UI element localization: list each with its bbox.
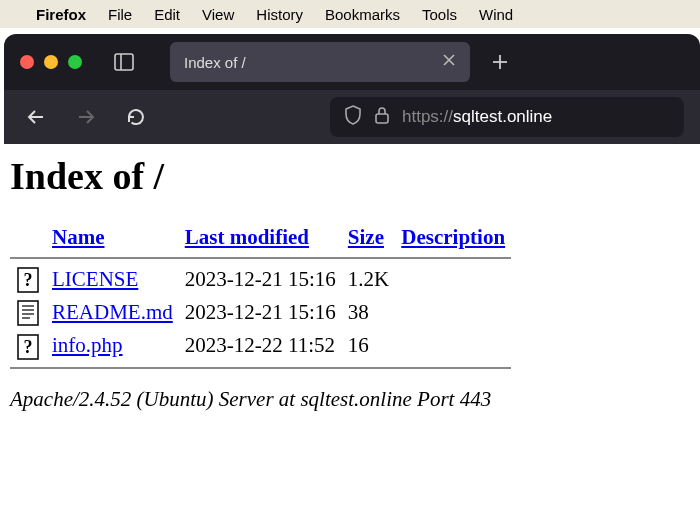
sidebar-icon	[114, 53, 134, 71]
col-size: Size	[342, 222, 395, 253]
col-name: Name	[46, 222, 179, 253]
unknown-file-icon: ?	[16, 334, 40, 360]
arrow-left-icon	[25, 106, 47, 128]
menubar-window[interactable]: Wind	[479, 6, 513, 23]
close-icon	[442, 53, 456, 67]
window-minimize-button[interactable]	[44, 55, 58, 69]
directory-listing-table: Name Last modified Size Description ?LIC…	[10, 222, 511, 373]
file-size-cell: 38	[342, 296, 395, 329]
browser-window: Index of /	[4, 34, 700, 144]
menubar-app-name[interactable]: Firefox	[36, 6, 86, 23]
file-description-cell	[395, 329, 511, 362]
server-signature: Apache/2.4.52 (Ubuntu) Server at sqltest…	[10, 387, 690, 412]
sort-by-size[interactable]: Size	[348, 225, 384, 249]
menubar-bookmarks[interactable]: Bookmarks	[325, 6, 400, 23]
reload-icon	[126, 107, 146, 127]
table-row: README.md2023-12-21 15:1638	[10, 296, 511, 329]
file-icon-cell	[10, 296, 46, 329]
file-modified-cell: 2023-12-22 11:52	[179, 329, 342, 362]
page-content: Index of / Name Last modified Size Descr…	[0, 144, 700, 422]
menubar-tools[interactable]: Tools	[422, 6, 457, 23]
window-controls	[20, 55, 82, 69]
sort-by-description[interactable]: Description	[401, 225, 505, 249]
forward-button[interactable]	[70, 101, 102, 133]
file-link[interactable]: LICENSE	[52, 267, 138, 291]
file-name-cell: info.php	[46, 329, 179, 362]
table-row: ?LICENSE2023-12-21 15:161.2K	[10, 263, 511, 296]
table-row: ?info.php2023-12-22 11:5216	[10, 329, 511, 362]
window-maximize-button[interactable]	[68, 55, 82, 69]
lock-icon	[374, 106, 390, 124]
sidebar-toggle-button[interactable]	[106, 44, 142, 80]
menubar-history[interactable]: History	[256, 6, 303, 23]
new-tab-button[interactable]	[480, 42, 520, 82]
file-modified-cell: 2023-12-21 15:16	[179, 263, 342, 296]
tab-bar: Index of /	[4, 34, 700, 90]
menubar-view[interactable]: View	[202, 6, 234, 23]
col-modified: Last modified	[179, 222, 342, 253]
file-name-cell: LICENSE	[46, 263, 179, 296]
svg-rect-11	[18, 301, 38, 325]
url-text: https://sqltest.online	[402, 107, 552, 127]
reload-button[interactable]	[120, 101, 152, 133]
file-size-cell: 1.2K	[342, 263, 395, 296]
separator-row	[10, 253, 511, 263]
arrow-right-icon	[75, 106, 97, 128]
file-modified-cell: 2023-12-21 15:16	[179, 296, 342, 329]
browser-tab[interactable]: Index of /	[170, 42, 470, 82]
nav-toolbar: https://sqltest.online	[4, 90, 700, 144]
tab-title: Index of /	[184, 54, 432, 71]
sort-by-modified[interactable]: Last modified	[185, 225, 309, 249]
col-description: Description	[395, 222, 511, 253]
plus-icon	[491, 53, 509, 71]
url-bar[interactable]: https://sqltest.online	[330, 97, 684, 137]
svg-rect-0	[115, 54, 133, 70]
tab-close-button[interactable]	[442, 53, 456, 71]
sort-by-name[interactable]: Name	[52, 225, 104, 249]
col-icon	[10, 222, 46, 253]
file-link[interactable]: info.php	[52, 333, 123, 357]
separator-row	[10, 363, 511, 373]
tracking-protection-icon[interactable]	[344, 105, 362, 130]
svg-text:?: ?	[24, 270, 33, 290]
url-scheme: https://	[402, 107, 453, 126]
shield-icon	[344, 105, 362, 125]
file-description-cell	[395, 296, 511, 329]
svg-text:?: ?	[24, 337, 33, 357]
unknown-file-icon: ?	[16, 267, 40, 293]
menubar-file[interactable]: File	[108, 6, 132, 23]
back-button[interactable]	[20, 101, 52, 133]
file-size-cell: 16	[342, 329, 395, 362]
connection-security-icon[interactable]	[374, 106, 390, 129]
file-icon-cell: ?	[10, 329, 46, 362]
page-heading: Index of /	[10, 154, 690, 198]
menubar-edit[interactable]: Edit	[154, 6, 180, 23]
file-icon-cell: ?	[10, 263, 46, 296]
url-domain: sqltest.online	[453, 107, 552, 126]
macos-menubar: Firefox File Edit View History Bookmarks…	[0, 0, 700, 28]
file-link[interactable]: README.md	[52, 300, 173, 324]
file-description-cell	[395, 263, 511, 296]
svg-rect-8	[376, 114, 388, 123]
text-file-icon	[16, 300, 40, 326]
file-name-cell: README.md	[46, 296, 179, 329]
window-close-button[interactable]	[20, 55, 34, 69]
table-header-row: Name Last modified Size Description	[10, 222, 511, 253]
